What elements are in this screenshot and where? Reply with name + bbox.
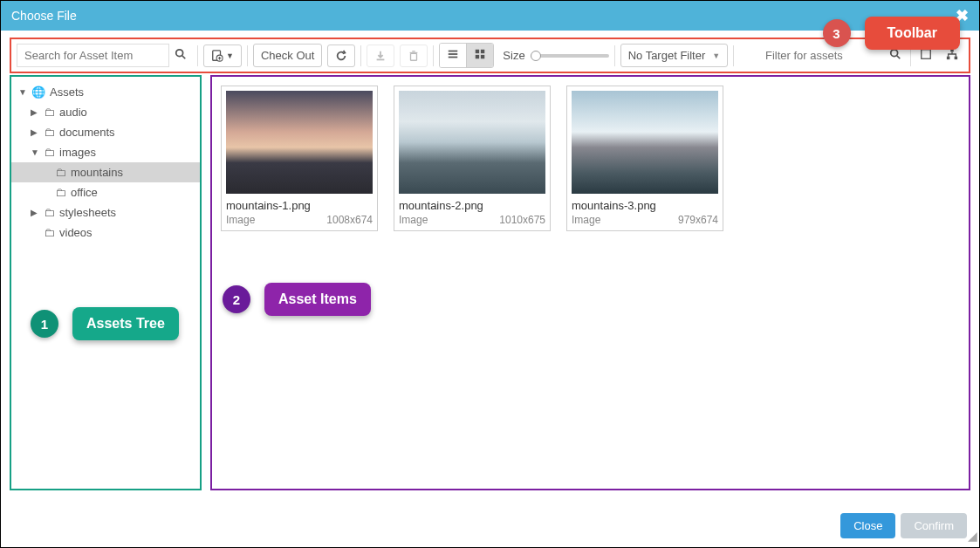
asset-thumbnail [399,91,545,194]
dialog-footer: Close Confirm [840,513,967,538]
asset-meta: Image 1008x674 [226,214,373,226]
annotation-badge-3: 3 [823,19,851,47]
folder-icon: 🗀 [55,186,66,199]
svg-rect-15 [476,55,479,58]
confirm-button: Confirm [901,513,967,538]
tree-label: audio [59,106,87,119]
tree-item-audio[interactable]: ▶ 🗀 audio [11,102,200,122]
annotation-badge-1: 1 [31,310,58,338]
search-icon[interactable] [169,45,192,66]
tree-label: mountains [71,166,123,179]
annotation-2: 2 Asset Items [223,283,371,316]
size-label: Size [503,49,524,62]
annotation-1: 1 Assets Tree [31,307,179,340]
svg-rect-13 [476,50,479,53]
tree-root[interactable]: ▼ 🌐 Assets [11,82,200,102]
asset-card[interactable]: mountains-2.png Image 1010x675 [394,86,551,231]
folder-icon: 🗀 [44,146,55,159]
asset-type: Image [572,214,600,226]
asset-dims: 1008x674 [326,214,373,226]
size-slider[interactable] [531,54,609,58]
folder-icon: 🗀 [44,226,55,239]
list-view-button[interactable] [440,44,466,67]
tree-label: videos [59,226,93,239]
search-input[interactable] [17,44,169,67]
asset-items-panel: mountains-1.png Image 1008x674 mountains… [210,75,970,490]
tree-item-stylesheets[interactable]: ▶ 🗀 stylesheets [11,202,200,223]
asset-name: mountains-3.png [572,199,718,212]
svg-rect-10 [449,51,458,52]
resize-handle-icon[interactable]: ◢ [965,533,977,545]
asset-name: mountains-2.png [399,199,545,212]
checkout-label: Check Out [261,49,314,62]
globe-icon: 🌐 [31,86,45,99]
tree-label: images [59,146,96,159]
folder-icon: 🗀 [44,126,55,139]
caret-right-icon: ▶ [31,127,39,137]
asset-dims: 979x674 [678,214,718,226]
asset-card[interactable]: mountains-1.png Image 1008x674 [221,86,378,231]
refresh-button[interactable] [327,45,355,67]
tree-item-mountains[interactable]: 🗀 mountains [11,162,200,182]
body-area: ▼ 🌐 Assets ▶ 🗀 audio ▶ 🗀 documents ▼ 🗀 i… [1,73,979,490]
tree-label: documents [59,126,115,139]
folder-icon: 🗀 [55,166,66,179]
caret-right-icon: ▶ [31,107,39,117]
tree-item-documents[interactable]: ▶ 🗀 documents [11,122,200,142]
slider-thumb[interactable] [531,51,541,61]
target-filter-label: No Target Filter [628,49,706,62]
tree-label: stylesheets [59,206,116,219]
folder-icon: 🗀 [44,106,55,119]
tree-item-videos[interactable]: 🗀 videos [11,223,200,243]
svg-rect-7 [411,53,417,60]
toolbar: 3 Toolbar ▼ Check Out Size No Target [10,38,970,73]
close-button[interactable]: Close [840,513,895,538]
target-filter-dropdown[interactable]: No Target Filter ▼ [620,44,729,67]
add-asset-button[interactable]: ▼ [203,45,242,67]
svg-rect-19 [922,50,931,59]
grid-view-button[interactable] [466,44,493,67]
asset-meta: Image 1010x675 [399,214,545,226]
svg-line-1 [182,56,186,59]
tree-label: office [71,186,98,199]
svg-rect-22 [955,57,958,60]
search-container [17,44,192,67]
annotation-label-2: Asset Items [264,283,371,316]
asset-meta: Image 979x674 [572,214,718,226]
separator [733,45,734,66]
annotation-3: 3 Toolbar [823,17,960,50]
separator [247,45,248,66]
svg-rect-21 [947,57,950,60]
annotation-label-3: Toolbar [865,17,960,50]
tree-item-images[interactable]: ▼ 🗀 images [11,142,200,162]
caret-down-icon: ▼ [18,87,27,97]
svg-point-0 [176,50,183,57]
svg-line-18 [897,56,901,59]
svg-rect-14 [481,50,484,53]
caret-right-icon: ▶ [31,208,39,217]
svg-rect-6 [377,58,385,60]
separator [614,45,615,66]
tree-root-label: Assets [50,86,84,99]
view-toggle [439,43,494,68]
tree-item-office[interactable]: 🗀 office [11,182,200,202]
separator [197,45,198,66]
asset-dims: 1010x675 [499,214,545,226]
svg-rect-11 [449,53,458,55]
assets-tree-panel: ▼ 🌐 Assets ▶ 🗀 audio ▶ 🗀 documents ▼ 🗀 i… [10,75,202,490]
caret-down-icon: ▼ [31,147,39,157]
svg-rect-16 [481,55,484,58]
checkout-button[interactable]: Check Out [253,44,322,67]
separator [360,45,361,66]
dialog-title: Choose File [11,9,77,23]
download-button [367,45,394,67]
annotation-badge-2: 2 [223,285,250,313]
separator [433,45,434,66]
asset-card[interactable]: mountains-3.png Image 979x674 [566,86,723,231]
asset-thumbnail [226,91,373,194]
delete-button [400,45,428,67]
asset-type: Image [399,214,428,226]
svg-rect-12 [449,57,458,58]
svg-point-17 [891,50,898,57]
folder-icon: 🗀 [44,206,55,219]
